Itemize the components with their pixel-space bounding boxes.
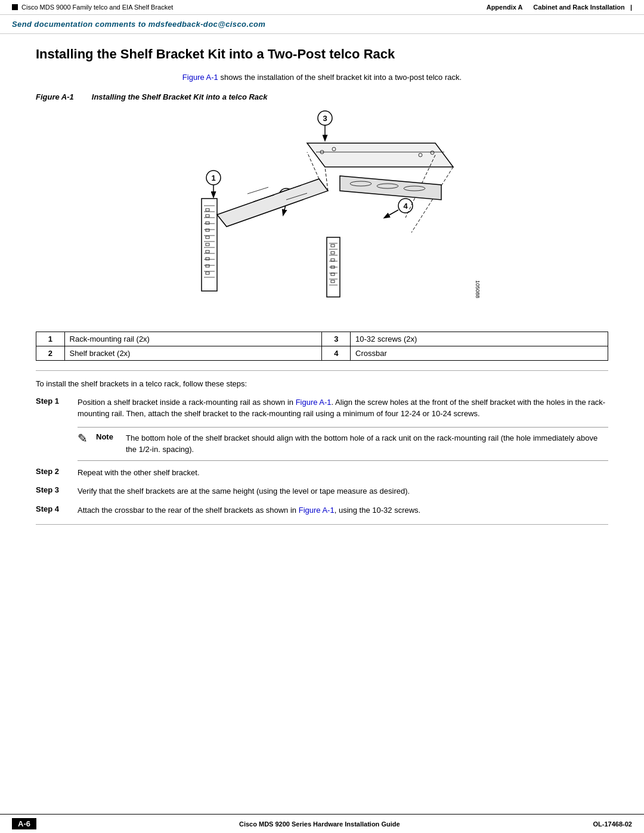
step-2-label: Step 2 <box>36 467 78 476</box>
footer-left: A-6 <box>12 818 46 829</box>
svg-rect-33 <box>206 258 209 260</box>
table-row: 2 Shelf bracket (2x) 4 Crossbar <box>36 346 608 360</box>
svg-rect-32 <box>206 250 209 253</box>
svg-rect-30 <box>206 236 209 239</box>
appendix-title: Cabinet and Rack Installation <box>533 4 624 11</box>
part-label-1: Rack-mounting rail (2x) <box>64 332 322 346</box>
note-label: Note <box>96 432 120 441</box>
note-container: ✎ Note The bottom hole of the shelf brac… <box>78 427 608 461</box>
bullet-icon <box>12 4 18 10</box>
part-num-1: 1 <box>36 332 65 346</box>
part-num-2: 2 <box>36 346 65 360</box>
bottom-footer: A-6 Cisco MDS 9200 Series Hardware Insta… <box>0 814 644 833</box>
svg-line-60 <box>247 187 268 194</box>
step-4-content: Attach the crossbar to the rear of the s… <box>78 504 608 516</box>
svg-rect-27 <box>206 215 209 217</box>
step-1-row: Step 1 Position a shelf bracket inside a… <box>36 397 608 420</box>
svg-line-11 <box>385 210 398 218</box>
note-text: The bottom hole of the shelf bracket sho… <box>126 432 608 456</box>
svg-rect-45 <box>331 244 335 247</box>
svg-text:105088: 105088 <box>475 280 481 298</box>
step-3-content: Verify that the shelf brackets are at th… <box>78 485 608 497</box>
intro-text: shows the installation of the shelf brac… <box>220 73 462 82</box>
figure-label: Figure A-1 <box>36 92 74 101</box>
feedback-link[interactable]: Send documentation comments to mdsfeedba… <box>12 20 265 29</box>
svg-marker-59 <box>217 179 328 227</box>
parts-table: 1 Rack-mounting rail (2x) 3 10-32 screws… <box>36 332 608 361</box>
note-row: ✎ Note The bottom hole of the shelf brac… <box>78 432 608 456</box>
svg-marker-64 <box>340 176 441 200</box>
divider-1 <box>36 370 608 371</box>
part-label-2: Shelf bracket (2x) <box>64 346 322 360</box>
svg-rect-28 <box>206 222 209 224</box>
feedback-banner: Send documentation comments to mdsfeedba… <box>0 15 644 34</box>
page-number: A-6 <box>12 818 36 829</box>
step-3-row: Step 3 Verify that the shelf brackets ar… <box>36 485 608 497</box>
footer-center-text: Cisco MDS 9200 Series Hardware Installat… <box>46 820 593 828</box>
figure-caption: Figure A-1 Installing the Shelf Bracket … <box>36 92 608 101</box>
part-num-3: 3 <box>322 332 351 346</box>
part-label-3: 10-32 screws (2x) <box>351 332 608 346</box>
step-1-content: Position a shelf bracket inside a rack-m… <box>78 397 608 420</box>
header-right: Appendix A Cabinet and Rack Installation… <box>487 4 632 11</box>
svg-rect-46 <box>331 252 335 254</box>
svg-rect-49 <box>331 273 335 275</box>
header-doc-title: Cisco MDS 9000 Family telco and EIA Shel… <box>21 4 173 11</box>
step-2-content: Repeat with the other shelf bracket. <box>78 467 608 479</box>
step1-figure-link[interactable]: Figure A-1 <box>296 398 332 407</box>
part-label-4: Crossbar <box>351 346 608 360</box>
svg-text:1: 1 <box>211 174 215 182</box>
step4-figure-link[interactable]: Figure A-1 <box>299 506 335 515</box>
divider-2 <box>36 524 608 525</box>
part-num-4: 4 <box>322 346 351 360</box>
step-1-label: Step 1 <box>36 397 78 405</box>
table-row: 1 Rack-mounting rail (2x) 3 10-32 screws… <box>36 332 608 346</box>
svg-rect-35 <box>206 272 209 274</box>
svg-rect-31 <box>206 243 209 246</box>
top-header: Cisco MDS 9000 Family telco and EIA Shel… <box>0 0 644 15</box>
step-4-label: Step 4 <box>36 504 78 513</box>
step-2-row: Step 2 Repeat with the other shelf brack… <box>36 467 608 479</box>
svg-text:4: 4 <box>403 202 408 210</box>
header-left: Cisco MDS 9000 Family telco and EIA Shel… <box>12 4 173 11</box>
main-content: Installing the Shelf Bracket Kit into a … <box>0 34 644 581</box>
svg-text:3: 3 <box>323 114 327 123</box>
svg-rect-26 <box>206 209 209 211</box>
appendix-label: Appendix A <box>487 4 522 11</box>
svg-rect-50 <box>331 280 335 283</box>
page-title: Installing the Shelf Bracket Kit into a … <box>36 46 608 63</box>
note-pencil-icon: ✎ <box>78 432 88 444</box>
footer-right-text: OL-17468-02 <box>593 820 632 828</box>
svg-line-54 <box>411 167 453 233</box>
svg-rect-29 <box>206 229 209 231</box>
figure-title: Installing the Shelf Bracket Kit into a … <box>92 92 268 101</box>
intro-figure-link[interactable]: Figure A-1 <box>182 73 218 82</box>
svg-marker-51 <box>307 143 453 167</box>
steps-intro: To install the shelf brackets in a telco… <box>36 379 608 388</box>
diagram-svg: 3 1 2 4 <box>149 107 495 310</box>
step-3-label: Step 3 <box>36 485 78 494</box>
header-rule-icon: | <box>630 4 632 11</box>
figure-area: 3 1 2 4 <box>36 107 608 322</box>
svg-rect-47 <box>331 259 335 261</box>
svg-rect-34 <box>206 265 209 267</box>
intro-paragraph: Figure A-1 shows the installation of the… <box>36 73 608 82</box>
step-4-row: Step 4 Attach the crossbar to the rear o… <box>36 504 608 516</box>
